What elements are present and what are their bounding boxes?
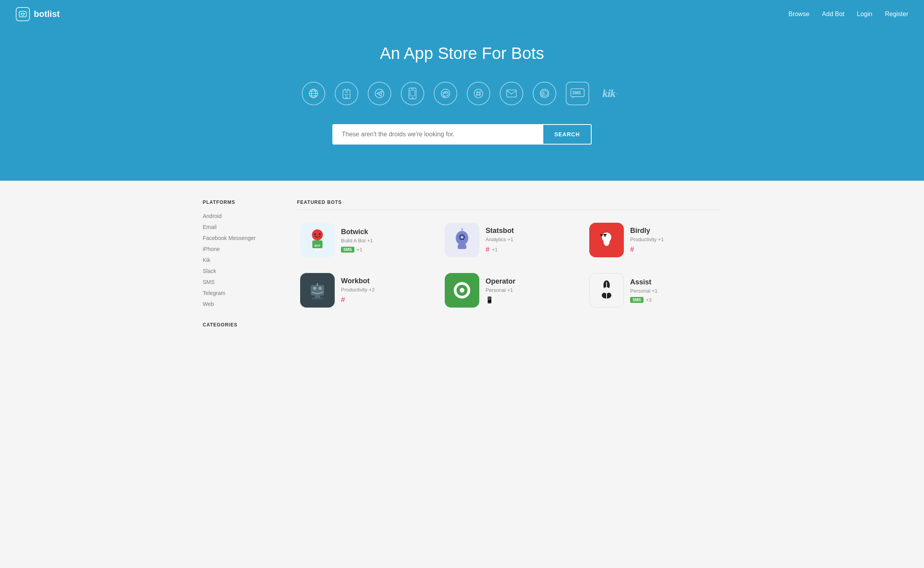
sidebar-item-iphone[interactable]: iPhone bbox=[203, 244, 281, 255]
platforms-list: Android Email Facebook Messenger iPhone … bbox=[203, 211, 281, 310]
operator-category: Personal +1 bbox=[486, 287, 574, 293]
email-icon[interactable] bbox=[500, 82, 523, 105]
platform-icons: SMS kik · bbox=[302, 82, 622, 105]
kik-icon[interactable]: kik · bbox=[599, 82, 622, 105]
android-icon[interactable] bbox=[335, 82, 358, 105]
botwick-info: Botwick Build A Bot +1 SMS +1 bbox=[341, 228, 429, 253]
iphone-icon[interactable] bbox=[401, 82, 424, 105]
svg-point-20 bbox=[474, 89, 483, 98]
svg-text:SMS: SMS bbox=[572, 91, 581, 95]
sidebar-item-android[interactable]: Android bbox=[203, 211, 281, 222]
birdly-tags: # bbox=[630, 246, 718, 254]
sidebar-item-sms[interactable]: SMS bbox=[203, 277, 281, 288]
logo-icon bbox=[16, 7, 30, 21]
botwick-name: Botwick bbox=[341, 228, 429, 236]
svg-rect-16 bbox=[411, 89, 414, 90]
sidebar-item-telegram[interactable]: Telegram bbox=[203, 288, 281, 299]
workbot-category: Productivity +2 bbox=[341, 287, 429, 293]
search-button[interactable]: SEARCH bbox=[543, 124, 592, 145]
whatsapp-icon[interactable] bbox=[533, 82, 556, 105]
sidebar-item-facebook[interactable]: Facebook Messenger bbox=[203, 233, 281, 244]
logo-text: botlist bbox=[34, 9, 60, 19]
sidebar: PLATFORMS Android Email Facebook Messeng… bbox=[203, 200, 281, 333]
bot-card-assist[interactable]: Assist Personal +1 SMS +3 bbox=[586, 270, 721, 311]
svg-point-45 bbox=[603, 236, 610, 246]
telegram-icon[interactable] bbox=[368, 82, 391, 105]
svg-rect-0 bbox=[19, 11, 26, 17]
web-icon[interactable] bbox=[302, 82, 325, 105]
svg-rect-18 bbox=[410, 90, 415, 96]
svg-point-44 bbox=[604, 235, 606, 237]
operator-info: Operator Personal +1 📱 bbox=[486, 277, 574, 304]
birdly-category: Productivity +1 bbox=[630, 236, 718, 242]
svg-line-24 bbox=[480, 91, 480, 96]
bot-card-workbot[interactable]: Workbot Productivity +2 # bbox=[297, 270, 432, 311]
sidebar-item-slack[interactable]: Slack bbox=[203, 266, 281, 277]
featured-title: FEATURED BOTS bbox=[297, 200, 721, 210]
assist-count: +3 bbox=[646, 297, 652, 303]
nav-register[interactable]: Register bbox=[885, 11, 908, 18]
sidebar-item-kik[interactable]: Kik bbox=[203, 255, 281, 266]
assist-sms-tag: SMS bbox=[630, 297, 644, 303]
botwick-count: +1 bbox=[357, 247, 363, 253]
svg-point-58 bbox=[460, 288, 464, 293]
bot-card-operator[interactable]: Operator Personal +1 📱 bbox=[442, 270, 577, 311]
bot-card-statsbot[interactable]: Statsbot Analytics +1 # +1 bbox=[442, 220, 577, 260]
svg-rect-25 bbox=[507, 90, 516, 97]
svg-point-17 bbox=[412, 97, 413, 99]
svg-line-14 bbox=[379, 93, 381, 94]
platforms-title: PLATFORMS bbox=[203, 200, 281, 205]
workbot-tags: # bbox=[341, 296, 429, 304]
nav-add-bot[interactable]: Add Bot bbox=[822, 11, 844, 18]
slack-icon[interactable] bbox=[467, 82, 490, 105]
botwick-category: Build A Bot +1 bbox=[341, 238, 429, 244]
svg-rect-54 bbox=[312, 298, 323, 299]
logo[interactable]: botlist bbox=[16, 7, 60, 21]
hero-title: An App Store For Bots bbox=[380, 44, 544, 63]
nav-browse[interactable]: Browse bbox=[788, 11, 809, 18]
svg-point-51 bbox=[319, 287, 322, 290]
svg-point-50 bbox=[313, 287, 316, 290]
svg-point-1 bbox=[21, 13, 22, 15]
statsbot-tags: # +1 bbox=[486, 246, 574, 254]
sidebar-item-email[interactable]: Email bbox=[203, 222, 281, 233]
svg-line-23 bbox=[477, 91, 477, 96]
svg-point-30 bbox=[314, 233, 316, 235]
statsbot-logo bbox=[445, 223, 479, 257]
sms-icon[interactable]: SMS bbox=[566, 82, 589, 105]
svg-rect-46 bbox=[603, 234, 607, 235]
search-input[interactable] bbox=[332, 124, 543, 145]
svg-text:WICK: WICK bbox=[314, 248, 321, 250]
categories-title: CATEGORIES bbox=[203, 322, 281, 328]
nav-login[interactable]: Login bbox=[857, 11, 872, 18]
birdly-info: Birdly Productivity +1 # bbox=[630, 227, 718, 254]
workbot-slack-icon: # bbox=[341, 296, 345, 304]
assist-logo bbox=[589, 273, 624, 308]
svg-text:BOT: BOT bbox=[315, 244, 321, 247]
phone-icon: 📱 bbox=[486, 296, 493, 304]
statsbot-count: +1 bbox=[492, 247, 498, 253]
header: botlist Browse Add Bot Login Register bbox=[0, 0, 924, 28]
svg-point-2 bbox=[23, 13, 25, 15]
birdly-name: Birdly bbox=[630, 227, 718, 235]
svg-point-31 bbox=[319, 233, 321, 235]
sidebar-item-web[interactable]: Web bbox=[203, 299, 281, 310]
search-bar: SEARCH bbox=[332, 124, 592, 145]
operator-tags: 📱 bbox=[486, 296, 574, 304]
svg-rect-53 bbox=[315, 295, 320, 298]
svg-point-11 bbox=[346, 91, 347, 93]
assist-tags: SMS +3 bbox=[630, 297, 718, 303]
birdly-slack-icon: # bbox=[630, 246, 634, 254]
svg-rect-39 bbox=[458, 244, 466, 249]
botwick-logo: BOT WICK bbox=[300, 223, 335, 257]
bot-card-botwick[interactable]: BOT WICK Botwick Build A Bot +1 SMS +1 bbox=[297, 220, 432, 260]
statsbot-info: Statsbot Analytics +1 # +1 bbox=[486, 227, 574, 254]
main-nav: Browse Add Bot Login Register bbox=[788, 11, 908, 18]
operator-logo bbox=[445, 273, 479, 308]
assist-info: Assist Personal +1 SMS +3 bbox=[630, 278, 718, 303]
botwick-tags: SMS +1 bbox=[341, 247, 429, 253]
svg-rect-12 bbox=[345, 97, 348, 98]
messenger-icon[interactable] bbox=[434, 82, 457, 105]
bot-card-birdly[interactable]: Birdly Productivity +1 # bbox=[586, 220, 721, 260]
birdly-logo bbox=[589, 223, 624, 257]
